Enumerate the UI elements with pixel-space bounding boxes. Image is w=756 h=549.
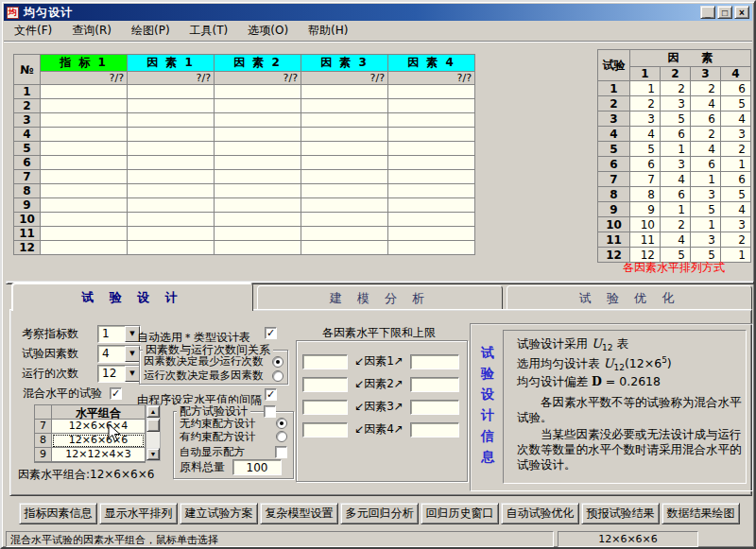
- interval-checkbox[interactable]: ✓: [265, 388, 277, 401]
- scroll-down-icon[interactable]: ▼: [146, 448, 160, 460]
- grid-cell[interactable]: [128, 241, 215, 255]
- grid-cell[interactable]: [388, 156, 475, 170]
- factor-column-header[interactable]: 因 素 1: [128, 55, 215, 72]
- menu-item[interactable]: 工具(T): [185, 21, 233, 41]
- level-combination-row[interactable]: 7 12×6×6×4: [35, 420, 145, 434]
- grid-cell[interactable]: [215, 227, 301, 241]
- grid-cell[interactable]: [128, 227, 215, 241]
- grid-cell[interactable]: [215, 170, 301, 184]
- tab-design[interactable]: 试 验 设 计: [11, 283, 253, 311]
- grid-cell[interactable]: [41, 170, 128, 184]
- grid-cell[interactable]: [215, 99, 301, 113]
- action-button[interactable]: 数据结果绘图: [662, 503, 740, 524]
- factor-upper-bound-input[interactable]: [410, 400, 459, 415]
- grid-cell[interactable]: [128, 85, 215, 99]
- grid-cell[interactable]: [388, 142, 475, 156]
- grid-cell[interactable]: [128, 113, 215, 128]
- grid-row-header[interactable]: 6: [14, 156, 41, 170]
- auto-show-formula-checkbox[interactable]: [275, 446, 287, 458]
- grid-row-header[interactable]: 10: [14, 213, 41, 227]
- level-combination-text[interactable]: 12×6×6×4: [52, 420, 145, 434]
- grid-cell[interactable]: [301, 227, 388, 241]
- grid-row-header[interactable]: 11: [14, 227, 41, 241]
- factor-lower-bound-input[interactable]: [302, 422, 348, 437]
- grid-cell[interactable]: [301, 156, 388, 170]
- grid-cell[interactable]: [41, 85, 128, 99]
- factor-lower-bound-input[interactable]: [302, 377, 348, 392]
- action-button[interactable]: 自动试验优化: [501, 503, 579, 524]
- grid-cell[interactable]: [388, 170, 475, 184]
- level-combination-row[interactable]: 9 12×12×4×3: [35, 448, 145, 462]
- grid-cell[interactable]: [388, 184, 475, 198]
- grid-cell[interactable]: [388, 113, 475, 128]
- minimize-button[interactable]: _: [700, 6, 715, 19]
- grid-row-header[interactable]: 1: [14, 85, 41, 99]
- grid-cell[interactable]: [215, 184, 301, 198]
- grid-cell[interactable]: [301, 184, 388, 198]
- grid-row-header[interactable]: 9: [14, 198, 41, 213]
- maximize-button[interactable]: □: [717, 6, 732, 19]
- menu-item[interactable]: 查询(R): [67, 21, 116, 41]
- grid-cell[interactable]: [128, 213, 215, 227]
- grid-cell[interactable]: [388, 85, 475, 99]
- grid-cell[interactable]: [301, 241, 388, 255]
- grid-cell[interactable]: [41, 128, 128, 142]
- grid-cell[interactable]: [215, 198, 301, 213]
- menu-item[interactable]: 选项(O): [243, 21, 293, 41]
- indicator-column-header[interactable]: 指 标 1: [41, 55, 128, 72]
- factor-lower-bound-input[interactable]: [302, 354, 348, 369]
- grid-cell[interactable]: [301, 128, 388, 142]
- menu-item[interactable]: 文件(F): [9, 21, 57, 41]
- close-button[interactable]: ×: [734, 6, 749, 19]
- grid-cell[interactable]: [128, 156, 215, 170]
- grid-cell[interactable]: [388, 99, 475, 113]
- grid-cell[interactable]: [215, 113, 301, 128]
- grid-cell[interactable]: [41, 142, 128, 156]
- value-combobox[interactable]: 12 ▼: [97, 365, 141, 383]
- grid-cell[interactable]: [301, 170, 388, 184]
- formula-radio[interactable]: [276, 431, 287, 442]
- grid-row-header[interactable]: 7: [14, 170, 41, 184]
- relation-radio[interactable]: [272, 356, 284, 368]
- factor-upper-bound-input[interactable]: [410, 422, 459, 437]
- action-button[interactable]: 指标因素信息: [19, 503, 97, 524]
- grid-cell[interactable]: [388, 198, 475, 213]
- grid-cell[interactable]: [215, 128, 301, 142]
- menu-item[interactable]: 绘图(P): [127, 21, 175, 41]
- factor-upper-bound-input[interactable]: [410, 354, 459, 369]
- factor-column-header[interactable]: 因 素 4: [388, 55, 475, 72]
- action-button[interactable]: 回归历史窗口: [421, 503, 499, 524]
- formula-radio[interactable]: [276, 418, 287, 429]
- grid-cell[interactable]: [388, 241, 475, 255]
- grid-cell[interactable]: [128, 170, 215, 184]
- grid-cell[interactable]: [215, 241, 301, 255]
- grid-row-header[interactable]: 4: [14, 128, 41, 142]
- grid-cell[interactable]: [41, 241, 128, 255]
- action-button[interactable]: 预报试验结果: [581, 503, 660, 524]
- grid-cell[interactable]: [301, 198, 388, 213]
- chevron-down-icon[interactable]: ▼: [125, 366, 140, 382]
- grid-row-header[interactable]: 8: [14, 184, 41, 198]
- list-scrollbar[interactable]: ▲ ▼: [146, 404, 161, 461]
- total-amount-input[interactable]: [232, 459, 282, 475]
- grid-cell[interactable]: [215, 142, 301, 156]
- grid-cell[interactable]: [388, 227, 475, 241]
- grid-cell[interactable]: [41, 227, 128, 241]
- relation-radio[interactable]: [272, 370, 284, 382]
- grid-cell[interactable]: [301, 99, 388, 113]
- grid-row-header[interactable]: 3: [14, 113, 41, 128]
- menu-item[interactable]: 帮助(H): [303, 21, 352, 41]
- grid-cell[interactable]: [41, 113, 128, 128]
- value-combobox[interactable]: 1 ▼: [97, 325, 141, 343]
- factor-column-header[interactable]: 因 素 2: [215, 55, 301, 72]
- level-combination-text[interactable]: 12×6×6×6: [52, 434, 145, 448]
- grid-cell[interactable]: [215, 213, 301, 227]
- grid-cell[interactable]: [215, 156, 301, 170]
- grid-cell[interactable]: [41, 156, 128, 170]
- grid-cell[interactable]: [41, 213, 128, 227]
- grid-cell[interactable]: [215, 85, 301, 99]
- value-combobox[interactable]: 4 ▼: [97, 345, 141, 363]
- level-combination-row[interactable]: 8 12×6×6×6: [35, 434, 145, 448]
- grid-cell[interactable]: [128, 184, 215, 198]
- chevron-down-icon[interactable]: ▼: [125, 346, 140, 362]
